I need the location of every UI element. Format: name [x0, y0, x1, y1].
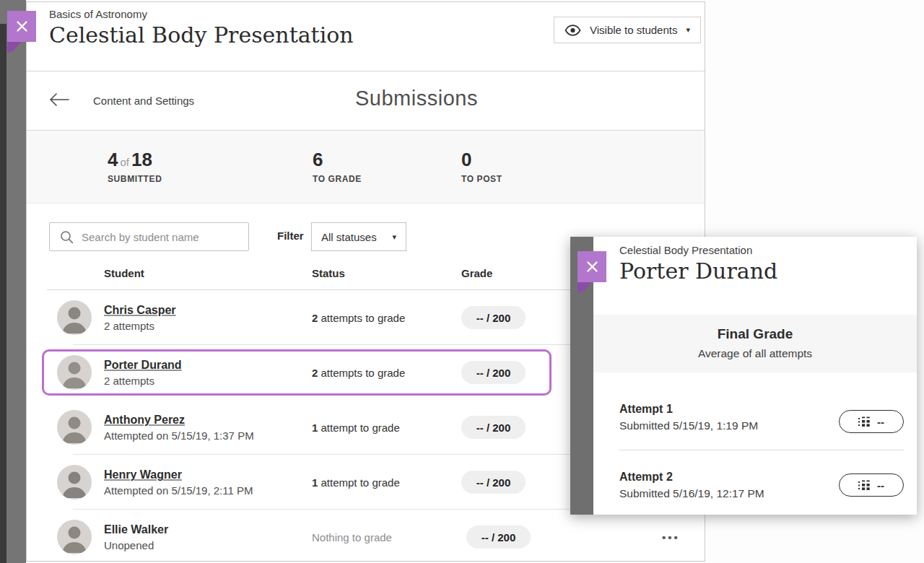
search-box	[49, 222, 249, 251]
visibility-label: Visible to students	[590, 24, 677, 36]
status-text: Nothing to grade	[312, 531, 392, 544]
detail-student-name: Porter Durand	[619, 258, 917, 284]
assignment-header: Basics of Astronomy Celestial Body Prese…	[27, 2, 705, 71]
submitted-count: 4	[108, 149, 118, 170]
chevron-down-icon: ▾	[686, 25, 690, 35]
person-photo	[57, 300, 92, 335]
attempt-item[interactable]: Attempt 2 Submitted 5/16/19, 12:17 PM --	[593, 450, 917, 515]
arrow-left-icon	[49, 92, 69, 107]
close-assignment-button[interactable]	[7, 11, 36, 42]
status-text: attempt to grade	[318, 422, 399, 434]
stat-submitted: 4of18 SUBMITTED	[108, 150, 162, 184]
content-settings-link[interactable]: Content and Settings	[93, 95, 194, 107]
final-grade-title: Final Grade	[593, 326, 917, 342]
student-name-link[interactable]: Porter Durand	[104, 359, 182, 372]
visibility-dropdown[interactable]: Visible to students ▾	[554, 17, 701, 43]
person-photo	[57, 465, 92, 499]
to-post-label: TO POST	[461, 174, 502, 184]
attempt-item[interactable]: Attempt 1 Submitted 5/15/19, 1:19 PM --	[593, 372, 917, 450]
submission-stats: 4of18 SUBMITTED 6 TO GRADE 0 TO POST	[27, 131, 705, 204]
background-sidebar-strip-dark	[0, 24, 6, 563]
status-text: attempt to grade	[318, 476, 399, 489]
grade-pill[interactable]: -- / 200	[461, 416, 526, 439]
status-cell: 2 attempts to grade	[312, 312, 405, 324]
student-detail-panel: Celestial Body Presentation Porter Duran…	[570, 237, 917, 515]
column-header-grade: Grade	[461, 267, 492, 279]
status-filter-dropdown[interactable]: All statuses ▾	[311, 222, 406, 251]
search-icon	[60, 230, 74, 244]
to-post-count: 0	[461, 150, 502, 169]
grade-pill[interactable]: -- / 200	[461, 471, 526, 494]
person-photo	[57, 355, 92, 390]
attempt-detail: 2 attempts	[104, 320, 176, 332]
attempt-grade-value: --	[877, 416, 884, 428]
detail-course-name: Celestial Body Presentation	[619, 244, 917, 256]
table-row[interactable]: Ellie Walker Unopened Nothing to grade -…	[27, 510, 705, 562]
close-icon	[16, 20, 28, 32]
grade-pill[interactable]: -- / 200	[461, 361, 526, 384]
stat-to-post: 0 TO POST	[461, 150, 502, 184]
to-grade-count: 6	[313, 150, 362, 169]
avatar	[57, 355, 92, 390]
status-cell: 1 attempt to grade	[312, 422, 400, 434]
avatar	[57, 520, 92, 554]
avatar	[57, 465, 92, 499]
close-icon	[586, 261, 598, 273]
avatar	[57, 300, 92, 335]
filter-value: All statuses	[321, 231, 377, 243]
attempt-detail: 2 attempts	[104, 375, 182, 387]
final-grade-subtitle: Average of all attempts	[593, 347, 917, 360]
attempt-detail: Attempted on 5/15/19, 1:37 PM	[104, 429, 254, 442]
status-cell: Nothing to grade	[312, 531, 392, 544]
screen: Basics of Astronomy Celestial Body Prese…	[0, 0, 924, 563]
to-grade-label: TO GRADE	[313, 174, 362, 184]
attempt-grade-button[interactable]: --	[839, 473, 904, 497]
final-grade-section: Final Grade Average of all attempts	[593, 315, 917, 372]
chevron-down-icon: ▾	[392, 232, 396, 242]
student-name-link[interactable]: Henry Wagner	[104, 468, 253, 481]
student-name-link[interactable]: Chris Casper	[104, 304, 176, 317]
avatar	[57, 410, 92, 445]
attempt-detail: Attempted on 5/15/19, 2:11 PM	[104, 484, 253, 497]
rubric-icon	[858, 480, 871, 491]
status-text: attempts to grade	[318, 367, 405, 379]
person-photo	[57, 520, 92, 554]
stat-to-grade: 6 TO GRADE	[313, 150, 362, 184]
eye-icon	[565, 25, 581, 36]
row-options-menu[interactable]: •••	[662, 531, 680, 544]
back-button[interactable]	[49, 92, 69, 110]
column-header-student: Student	[104, 267, 144, 279]
submitted-total: 18	[131, 149, 152, 170]
status-cell: 2 attempts to grade	[312, 367, 405, 379]
attempt-detail: Unopened	[104, 539, 168, 551]
student-name-link[interactable]: Anthony Perez	[104, 414, 254, 427]
search-input[interactable]	[82, 223, 246, 250]
column-header-status: Status	[312, 267, 345, 279]
page-title: Submissions	[355, 87, 478, 110]
status-cell: 1 attempt to grade	[312, 476, 400, 489]
grade-pill[interactable]: -- / 200	[461, 306, 526, 329]
submitted-label: SUBMITTED	[108, 174, 162, 184]
of-label: of	[120, 156, 129, 168]
submissions-nav: Content and Settings Submissions	[27, 71, 705, 131]
attempt-grade-button[interactable]: --	[839, 410, 904, 433]
close-detail-button[interactable]	[578, 251, 606, 282]
attempt-grade-value: --	[877, 479, 884, 492]
person-photo	[57, 410, 92, 445]
status-text: attempts to grade	[318, 312, 405, 324]
rubric-icon	[858, 416, 871, 427]
detail-content: Celestial Body Presentation Porter Duran…	[593, 237, 917, 515]
student-name: Ellie Walker	[104, 523, 168, 536]
detail-header: Celestial Body Presentation Porter Duran…	[593, 237, 917, 315]
grade-pill[interactable]: -- / 200	[466, 525, 531, 549]
filter-label: Filter	[277, 230, 304, 242]
